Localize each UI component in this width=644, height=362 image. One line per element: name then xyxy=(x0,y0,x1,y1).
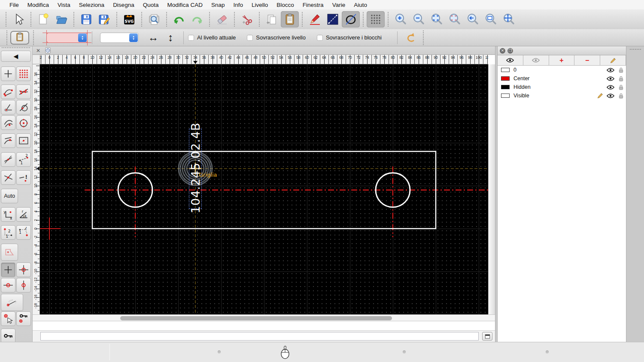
zoom-auto-button[interactable] xyxy=(428,11,446,27)
snap-nearest-button[interactable] xyxy=(1,115,15,130)
zoom-previous-button[interactable] xyxy=(464,11,482,27)
edit-layer-icon[interactable] xyxy=(600,55,626,65)
zoom-pan-button[interactable] xyxy=(500,11,518,27)
draw-line-button[interactable] xyxy=(324,11,342,27)
draw-pencil-button[interactable] xyxy=(306,11,324,27)
layer-lock-icon[interactable] xyxy=(616,67,626,73)
revert-button[interactable] xyxy=(402,30,420,46)
position-input[interactable] xyxy=(40,332,479,341)
menu-item-seleziona[interactable]: Seleziona xyxy=(75,2,109,8)
layer-visibility-icon[interactable] xyxy=(605,68,616,72)
open-file-button[interactable] xyxy=(52,11,70,27)
stepper-icon[interactable]: ▲▼ xyxy=(129,33,138,42)
undo-button[interactable] xyxy=(170,11,188,27)
copy-button[interactable] xyxy=(263,11,281,27)
checkbox-icon[interactable] xyxy=(317,35,323,41)
zoom-window-button[interactable] xyxy=(482,11,500,27)
rotation-combo[interactable]: ▲▼ xyxy=(46,33,88,43)
coord-cartesian-button[interactable]: yx xyxy=(1,207,15,222)
horizontal-scrollbar[interactable] xyxy=(33,314,495,321)
snap-distance-button[interactable]: 12 xyxy=(16,152,31,167)
toggle-command-window-button[interactable] xyxy=(482,332,492,341)
new-file-button[interactable] xyxy=(34,11,52,27)
checkbox-sovrascrivere-livello[interactable]: Sovrascrivere livello xyxy=(247,34,306,41)
menu-item-disegna[interactable]: Disegna xyxy=(109,2,139,8)
hide-all-layers-icon[interactable] xyxy=(523,55,549,65)
restrict-horizontal-button[interactable] xyxy=(1,278,15,293)
layer-row-center[interactable]: Center xyxy=(498,74,626,83)
layer-lock-icon[interactable] xyxy=(616,76,626,81)
save-button[interactable] xyxy=(77,11,95,27)
pointer-button[interactable] xyxy=(9,11,27,27)
layer-visibility-icon[interactable] xyxy=(605,94,616,98)
cut-button[interactable] xyxy=(238,11,256,27)
eraser-button[interactable] xyxy=(213,11,231,27)
set-relative-zero-button[interactable] xyxy=(1,311,15,326)
unlock-relative-zero-button[interactable] xyxy=(1,329,15,343)
angle-meter-button[interactable] xyxy=(1,294,23,311)
checkbox-sovrascrivere-i-blocchi[interactable]: Sovrascrivere i blocchi xyxy=(317,34,382,41)
layer-lock-icon[interactable] xyxy=(616,93,626,99)
zoom-in-button[interactable] xyxy=(392,11,410,27)
add-layer-icon[interactable]: + xyxy=(549,55,575,65)
menu-item-snap[interactable]: Snap xyxy=(207,2,229,8)
ortho-constraint-button[interactable] xyxy=(1,244,18,261)
remove-layer-icon[interactable]: − xyxy=(574,55,600,65)
menu-item-quota[interactable]: Quota xyxy=(139,2,163,8)
restrict-vertical-button[interactable] xyxy=(16,278,31,293)
snap-center-button[interactable] xyxy=(16,115,31,130)
stepper-icon[interactable]: ▲▼ xyxy=(78,33,87,42)
menu-item-modifica-cad[interactable]: Modifica CAD xyxy=(163,2,207,8)
menu-item-blocco[interactable]: Blocco xyxy=(272,2,298,8)
scale-combo[interactable]: ▲▼ xyxy=(100,33,139,43)
snap-intersection-button[interactable] xyxy=(1,170,15,185)
snap-tangent-button[interactable] xyxy=(16,100,31,115)
drawing-canvas[interactable]: 104.245.02.4BGriglia xyxy=(40,64,488,314)
snap-endpoints-button[interactable] xyxy=(1,84,15,99)
close-panel-icon[interactable]: ✕ xyxy=(500,48,505,54)
auto-snap-button[interactable]: Auto xyxy=(1,189,18,203)
menu-item-vista[interactable]: Vista xyxy=(53,2,75,8)
snap-intersection-manual-button[interactable]: ! xyxy=(16,170,31,185)
layer-lock-icon[interactable] xyxy=(616,84,626,90)
snap-reference-button[interactable] xyxy=(16,133,31,148)
snap-entity-button[interactable] xyxy=(1,133,15,148)
close-tab-icon[interactable]: ✕ xyxy=(36,48,40,54)
scrollbar-thumb[interactable] xyxy=(120,316,392,320)
draw-ellipse-button[interactable] xyxy=(342,11,360,27)
menu-item-file[interactable]: File xyxy=(5,2,23,8)
coord-polar-button[interactable]: ra xyxy=(16,207,31,222)
rel-polar-button[interactable]: 12 xyxy=(16,225,31,240)
menu-item-aiuto[interactable]: Aiuto xyxy=(349,2,371,8)
paste-button[interactable] xyxy=(281,11,299,27)
rel-cartesian-button[interactable]: 12 xyxy=(1,225,15,240)
menu-item-info[interactable]: Info xyxy=(229,2,248,8)
vertical-scrollbar[interactable] xyxy=(488,64,495,314)
print-preview-button[interactable] xyxy=(145,11,163,27)
checkbox-icon[interactable] xyxy=(188,35,194,41)
snap-free-button[interactable] xyxy=(1,66,15,81)
lock-relative-zero-button[interactable] xyxy=(16,311,31,326)
detach-panel-icon[interactable]: ❐ xyxy=(507,48,513,54)
snap-grid-button[interactable] xyxy=(16,66,31,81)
zoom-out-button[interactable] xyxy=(410,11,428,27)
restrict-orthogonal-button[interactable] xyxy=(16,262,31,277)
menu-item-livello[interactable]: Livello xyxy=(247,2,272,8)
menu-item-finestra[interactable]: Finestra xyxy=(298,2,328,8)
layer-row-visible[interactable]: Visible xyxy=(498,91,626,100)
checkbox-icon[interactable] xyxy=(247,35,253,41)
grid-toggle-button[interactable] xyxy=(367,11,385,27)
snap-perpendicular-button[interactable] xyxy=(1,100,15,115)
snap-on-entity-button[interactable] xyxy=(16,84,31,99)
layer-visibility-icon[interactable] xyxy=(605,76,616,81)
layer-visibility-icon[interactable] xyxy=(605,85,616,90)
checkbox-al-livello-attuale[interactable]: Al livello attuale xyxy=(188,34,236,41)
layer-row-0[interactable]: 0 xyxy=(498,66,626,74)
back-button[interactable]: ◀ xyxy=(1,51,31,62)
redo-button[interactable] xyxy=(188,11,206,27)
flip-vertical-icon[interactable]: ↕ xyxy=(162,31,179,44)
save-as-button[interactable] xyxy=(95,11,113,27)
menu-item-varie[interactable]: Varie xyxy=(328,2,350,8)
restrict-off-button[interactable] xyxy=(1,262,15,277)
menu-item-modifica[interactable]: Modifica xyxy=(23,2,53,8)
